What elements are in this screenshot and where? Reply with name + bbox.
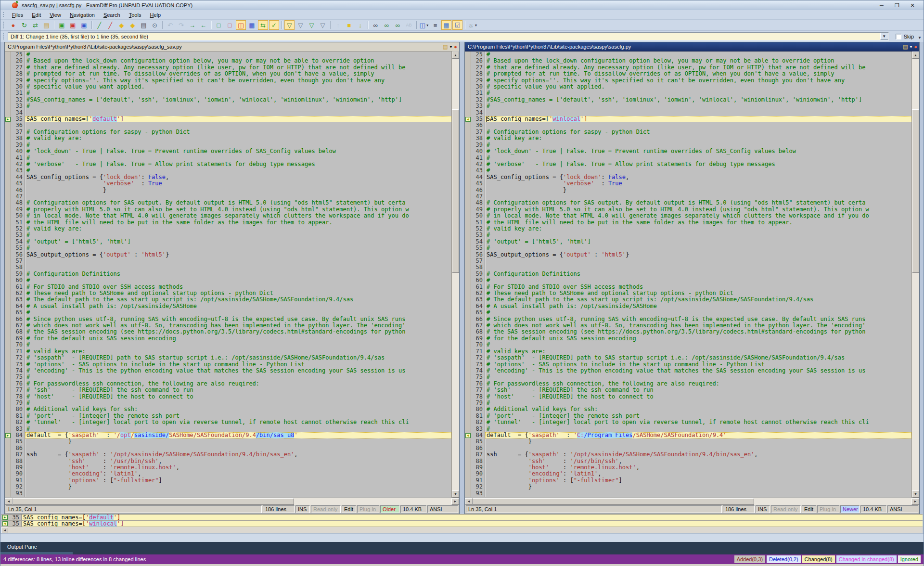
copy-block-up-button[interactable]: ↑ [333,20,343,30]
code-text[interactable]: # that are defined already. Any necessar… [485,64,911,71]
horizontal-scrollbar-right[interactable]: ◄ ► [465,498,919,505]
code-text[interactable]: # For passwordless ssh connection, the f… [25,381,451,387]
diff-pane-line-file2[interactable]: ◀35SAS_config_names=['winlocal'] [1,521,923,527]
file-dropdown-icon[interactable]: ▼ [909,45,912,49]
code-text[interactable]: SAS_output_options = {'output' : 'html5'… [25,252,451,258]
code-text[interactable]: # [25,51,451,58]
code-line-48[interactable]: 48# Configuration options for SAS output… [465,200,911,206]
code-line-42[interactable]: 42# 'verbose' - True | False. True = All… [5,161,451,167]
code-line-77[interactable]: 77# 'ssh' - [REQUIRED] the ssh command t… [465,387,911,393]
code-line-82[interactable]: 82# 'tunnel' - [integer] local port to o… [465,419,911,425]
code-line-64[interactable]: 64# A usual install path is: /opt/sasins… [5,303,451,309]
code-text[interactable]: 'options' : ["-fullstimer"] [25,477,451,484]
code-text[interactable]: # in local mode. Note that HTML 4.0 will… [485,213,911,219]
match-case-button[interactable]: AB [404,20,414,30]
code-line-49[interactable]: 49# properly with HTML 5.0 so it can als… [465,206,911,213]
code-text[interactable]: # the HTML file will need to be put in t… [485,219,911,226]
scroll-left-icon[interactable]: ◄ [1,527,8,533]
code-line-89[interactable]: 89 'host' : 'remote.linux.host', [465,464,911,471]
scroll-down-icon[interactable]: ▼ [912,490,919,498]
code-text[interactable]: #SAS_config_names = ['default', 'ssh', '… [25,97,451,103]
code-text[interactable]: 'options' : ["-fullstimer"] [485,477,911,484]
first-file-path-header[interactable]: C:\Program Files\Python\Python37\Lib\sit… [5,42,459,51]
code-line-62[interactable]: 62# These need path to SASHome and optio… [5,290,451,296]
code-line-61[interactable]: 61# For STDIO and STDIO over SSH access … [5,284,451,290]
code-text[interactable]: # 'verbose' - True | False. True = Allow… [25,161,451,167]
menu-edit[interactable]: Edit [27,11,45,19]
code-line-51[interactable]: 51# the HTML file will need to be put in… [465,219,911,226]
next-diff-button[interactable]: → [187,20,197,30]
panes-layout-button[interactable]: ◫▼ [419,20,429,30]
code-line-37[interactable]: 37# Configuration options for saspy - py… [5,129,451,135]
code-text[interactable]: ssh = {'saspath' : '/opt/sasinside/SASHo… [25,451,451,458]
code-line-55[interactable]: 55# [5,245,451,251]
open-files-button[interactable]: ▤ [41,20,51,30]
code-area-right[interactable]: 25#26# Based upon the lock_down configur… [465,51,911,498]
file-options-icon[interactable]: ▤ [903,44,908,50]
code-text[interactable]: # A usual install path is: /opt/sasinsid… [25,303,451,309]
code-text[interactable]: # the HTML file will need to be put in t… [25,219,451,226]
code-text[interactable]: 'verbose' : True [25,180,451,187]
copy-left-marker-icon[interactable]: ◀ [2,521,8,526]
code-text[interactable]: default = {'saspath' : 'C:/Program Files… [485,432,911,438]
code-text[interactable]: 'host' : 'remote.linux.host', [25,464,451,471]
code-text[interactable]: # in local mode. Note that HTML 4.0 will… [25,213,451,219]
code-text[interactable]: # 'encoding' - This is the python encodi… [25,368,451,374]
code-line-29[interactable]: 29# specify options=''. This way it's sp… [465,77,911,84]
code-line-84[interactable]: ▶84default = {'saspath' : '/opt/sasinsid… [5,432,451,438]
code-text[interactable]: # For STDIO and STDIO over SSH access me… [25,284,451,290]
code-text[interactable]: # 'tunnel' - [integer] local port to ope… [25,419,451,425]
code-text[interactable]: # 'tunnel' - [integer] local port to ope… [485,419,911,425]
show-differences-button[interactable]: ◫ [236,20,246,30]
code-line-79[interactable]: 79# [465,400,911,406]
code-line-50[interactable]: 50# in local mode. Note that HTML 4.0 wi… [5,213,451,219]
code-line-29[interactable]: 29# specify options=''. This way it's sp… [5,77,451,84]
code-text[interactable]: # Based upon the lock_down configuration… [25,58,451,64]
code-text[interactable]: # 'host' - [REQUIRED] the host to connec… [485,394,911,400]
auto-recompare-button[interactable]: ✓ [269,20,279,30]
code-line-69[interactable]: 69# for the default unix SAS session enc… [465,335,911,342]
code-line-58[interactable]: 58 [5,264,451,270]
code-line-33[interactable]: 33# [5,103,451,109]
code-text[interactable]: # 'options' - SAS options to include in … [25,361,451,368]
code-line-48[interactable]: 48# Configuration options for SAS output… [5,200,451,206]
code-line-76[interactable]: 76# For passwordless ssh connection, the… [5,381,451,387]
code-line-75[interactable]: 75# [5,374,451,380]
code-text[interactable] [485,110,911,116]
code-line-54[interactable]: 54# 'output' = ['html5', 'html'] [5,239,451,245]
code-line-93[interactable]: 93 [5,490,451,497]
copy-left-marker-icon[interactable]: ◀ [465,117,471,122]
code-line-67[interactable]: 67# which does not work well as utf-8. S… [465,322,911,329]
code-line-31[interactable]: 31# [5,90,451,96]
code-line-60[interactable]: 60# [465,277,911,283]
code-line-32[interactable]: 32#SAS_config_names = ['default', 'ssh',… [465,97,911,103]
code-text[interactable]: # specify options=''. This way it's spec… [485,77,911,84]
save-first-button[interactable]: ▣ [57,20,67,30]
code-line-86[interactable]: 86 [5,445,451,451]
code-text[interactable]: SAS_config_names=['winlocal'] [485,116,911,122]
code-line-76[interactable]: 76# For passwordless ssh connection, the… [465,381,911,387]
code-line-59[interactable]: 59# Configuration Definitions [465,271,911,277]
code-line-78[interactable]: 78# 'host' - [REQUIRED] the host to conn… [465,394,911,400]
code-line-68[interactable]: 68# the SAS session encoding (see https:… [465,329,911,335]
swap-panes-button[interactable]: ⇄ [30,20,40,30]
code-text[interactable]: # [485,142,911,148]
code-line-53[interactable]: 53# [5,232,451,238]
code-text[interactable]: # 'output' = ['html5', 'html'] [25,239,451,245]
code-line-41[interactable]: 41# [5,155,451,161]
vertical-scrollbar-right[interactable]: ▲ ▼ [911,51,919,498]
code-line-28[interactable]: 28# prompted for at run time. To dissall… [5,71,451,77]
code-line-78[interactable]: 78# 'host' - [REQUIRED] the host to conn… [5,394,451,400]
code-text[interactable]: # specify options=''. This way it's spec… [25,77,451,84]
second-file-path-header[interactable]: C:\Program Files\Python\Python37\Lib\sit… [465,42,919,51]
code-line-37[interactable]: 37# Configuration options for saspy - py… [465,129,911,135]
goto-current-diff-button[interactable]: ↓ [355,20,365,30]
code-text[interactable]: # Since python uses utf-8, running SAS w… [25,316,451,322]
file-options-icon[interactable]: ▤ [443,44,448,50]
recompare-button[interactable]: ↻ [19,20,29,30]
code-line-35[interactable]: ◀35SAS_config_names=['winlocal'] [465,116,911,122]
scroll-down-icon[interactable]: ▼ [452,490,459,498]
code-line-28[interactable]: 28# prompted for at run time. To dissall… [465,71,911,77]
code-line-40[interactable]: 40# 'lock_down' - True | False. True = P… [465,148,911,154]
code-text[interactable]: # properly with HTML 5.0 so it can also … [485,206,911,213]
